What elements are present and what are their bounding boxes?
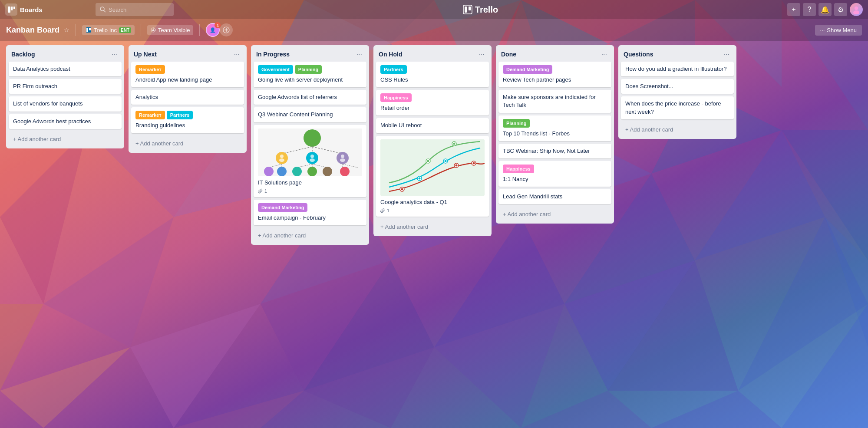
list-header-up-next: Up Next···	[129, 45, 247, 62]
notifications-button[interactable]: 🔔	[818, 3, 832, 16]
svg-point-81	[264, 167, 274, 176]
card[interactable]: Mobile UI reboot	[376, 118, 489, 133]
list-menu-button-questions[interactable]: ···	[722, 49, 731, 59]
svg-rect-87	[380, 139, 485, 196]
visibility-badge[interactable]: Team Visible	[147, 25, 193, 35]
list-menu-button-backlog[interactable]: ···	[110, 49, 119, 59]
invite-member-button[interactable]	[220, 23, 233, 36]
label-green: Planning	[295, 65, 322, 74]
card-text: TBC Webinar: Ship Now, Not Later	[503, 148, 590, 154]
boards-icon	[5, 3, 17, 16]
user-avatar[interactable]	[850, 3, 863, 16]
card[interactable]: PR Firm outreach	[9, 79, 122, 94]
card[interactable]: RemarkетPartnersBranding guidelines	[131, 107, 244, 133]
card-text: Google Adwords list of referrers	[258, 94, 337, 100]
boards-label[interactable]: Boards	[20, 6, 43, 13]
card[interactable]: When does the price increase - before ne…	[621, 96, 734, 119]
add-card-button-in-progress[interactable]: + Add another card	[254, 229, 366, 242]
card[interactable]: RemarkетAndroid App new landing page	[131, 62, 244, 87]
label-orange: Remarkет	[135, 65, 165, 74]
card-text: Q3 Webinar Content Planning	[258, 111, 333, 118]
card[interactable]: Make sure sponsors are indicated for Tec…	[498, 90, 611, 112]
card[interactable]: How do you add a gradient in Illustrator…	[621, 62, 734, 76]
show-menu-button[interactable]: ··· Show Menu	[815, 25, 862, 36]
search-input[interactable]	[109, 7, 169, 13]
show-menu-text: Show Menu	[827, 27, 857, 33]
add-button[interactable]: +	[787, 3, 800, 16]
svg-point-82	[277, 167, 287, 176]
list-cards-in-progress: GovernmentPlanningGoing live with server…	[251, 62, 369, 228]
card[interactable]: Analytics	[131, 90, 244, 105]
settings-button[interactable]: ⚙	[834, 3, 847, 16]
list-title-done: Done	[501, 51, 516, 58]
card[interactable]: Google Adwords list of referrers	[254, 90, 366, 105]
list-menu-button-in-progress[interactable]: ···	[355, 49, 364, 59]
card[interactable]: Google analytics data - Q11	[376, 136, 489, 217]
member-avatars: 👤 1	[206, 23, 233, 37]
svg-point-69	[310, 155, 314, 158]
card-text: Email campaign - February	[258, 214, 326, 221]
card-text: List of vendors for banquets	[13, 100, 83, 107]
label-pink: Happiness	[380, 93, 412, 102]
svg-rect-54	[86, 28, 88, 32]
attachment-count: 1	[264, 188, 267, 194]
card[interactable]: PlanningTop 10 Trends list - Forbes	[498, 115, 611, 141]
help-button[interactable]: ?	[803, 3, 816, 16]
card[interactable]: PartnersCSS Rules	[376, 62, 489, 87]
list-menu-button-up-next[interactable]: ···	[232, 49, 241, 59]
list-menu-button-on-hold[interactable]: ···	[477, 49, 486, 59]
add-card-button-questions[interactable]: + Add another card	[621, 123, 734, 136]
svg-rect-49	[465, 7, 467, 13]
list-title-backlog: Backlog	[11, 51, 35, 58]
list-title-questions: Questions	[624, 51, 653, 58]
card[interactable]: IT Solutions page1	[254, 125, 366, 197]
svg-line-64	[312, 147, 343, 154]
card[interactable]: Demand MarketingEmail campaign - Februar…	[254, 200, 366, 225]
svg-point-93	[419, 177, 421, 179]
card[interactable]: List of vendors for banquets	[9, 96, 122, 111]
label-teal: Government	[258, 65, 293, 74]
card-text: Does Screenshot...	[625, 83, 673, 89]
card[interactable]: HappinessRetail order	[376, 90, 489, 115]
card[interactable]: Q3 Webinar Content Planning	[254, 107, 366, 122]
add-card-button-on-hold[interactable]: + Add another card	[376, 220, 489, 234]
svg-rect-50	[469, 7, 471, 10]
list-menu-button-done[interactable]: ···	[600, 49, 609, 59]
svg-point-95	[445, 160, 447, 162]
add-card-button-backlog[interactable]: + Add another card	[9, 132, 122, 146]
card[interactable]: Data Analytics podcast	[9, 62, 122, 76]
card-text: 1:1 Nancy	[503, 176, 528, 182]
star-icon[interactable]: ☆	[64, 26, 69, 33]
card[interactable]: Happiness1:1 Nancy	[498, 161, 611, 187]
list-cards-backlog: Data Analytics podcastPR Firm outreachLi…	[6, 62, 124, 132]
card[interactable]: Does Screenshot...	[621, 79, 734, 94]
workspace-badge[interactable]: Trello Inc ENT	[82, 25, 135, 35]
topnav-actions: + ? 🔔 ⚙	[787, 3, 863, 16]
list-cards-up-next: RemarkетAndroid App new landing pageAnal…	[129, 62, 247, 136]
board-content: Backlog···Data Analytics podcastPR Firm …	[0, 41, 868, 428]
svg-point-52	[853, 10, 859, 14]
member-avatar-1[interactable]: 👤 1	[206, 23, 220, 37]
svg-point-67	[279, 158, 284, 162]
card[interactable]: Google Adwords best practices	[9, 114, 122, 129]
svg-point-83	[292, 167, 302, 176]
list-cards-on-hold: PartnersCSS RulesHappinessRetail orderMo…	[373, 62, 492, 219]
list-in-progress: In Progress···GovernmentPlanningGoing li…	[251, 45, 369, 245]
card-text: Analytics	[135, 94, 158, 100]
list-header-backlog: Backlog···	[6, 45, 124, 62]
svg-point-101	[473, 162, 475, 164]
add-card-button-up-next[interactable]: + Add another card	[131, 137, 244, 150]
card[interactable]: Demand MarketingReview Tech partner page…	[498, 62, 611, 87]
svg-rect-45	[13, 7, 15, 9]
card[interactable]: GovernmentPlanningGoing live with server…	[254, 62, 366, 87]
list-header-in-progress: In Progress···	[251, 45, 369, 62]
add-card-button-done[interactable]: + Add another card	[498, 207, 611, 221]
card[interactable]: Lead Gen Mandrill stats	[498, 189, 611, 204]
list-up-next: Up Next···RemarkетAndroid App new landin…	[129, 45, 247, 153]
search-box[interactable]	[96, 3, 174, 16]
visibility-label: Team Visible	[158, 27, 190, 33]
card[interactable]: TBC Webinar: Ship Now, Not Later	[498, 144, 611, 158]
svg-rect-43	[8, 7, 10, 13]
card-text: How do you add a gradient in Illustrator…	[625, 66, 726, 72]
list-header-on-hold: On Hold···	[373, 45, 492, 62]
